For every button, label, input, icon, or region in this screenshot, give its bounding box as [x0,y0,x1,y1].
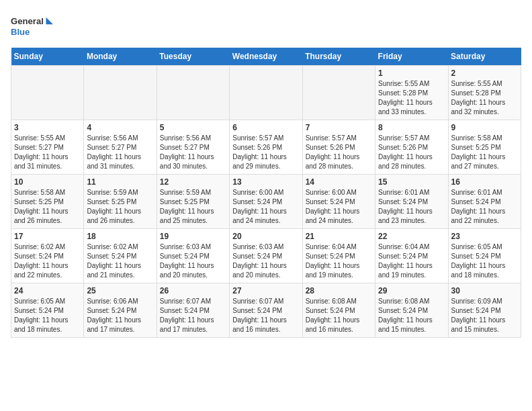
day-number: 5 [160,123,226,132]
day-info: Sunrise: 6:00 AMSunset: 5:24 PMDaylight:… [306,188,372,226]
day-info: Sunrise: 5:56 AMSunset: 5:27 PMDaylight:… [87,134,153,171]
day-cell: 11Sunrise: 5:59 AMSunset: 5:25 PMDayligh… [84,175,157,229]
day-cell: 19Sunrise: 6:03 AMSunset: 5:24 PMDayligh… [157,229,229,283]
day-number: 6 [232,123,299,132]
day-number: 9 [451,123,518,132]
weekday-header-wednesday: Wednesday [230,48,302,66]
day-info: Sunrise: 5:55 AMSunset: 5:28 PMDaylight:… [378,79,445,117]
day-info: Sunrise: 6:00 AMSunset: 5:24 PMDaylight:… [232,188,299,226]
day-cell [157,66,229,120]
calendar-body: 1Sunrise: 5:55 AMSunset: 5:28 PMDaylight… [11,66,521,338]
day-cell: 5Sunrise: 5:56 AMSunset: 5:27 PMDaylight… [157,120,229,175]
day-number: 24 [14,286,81,295]
day-number: 25 [87,286,153,295]
day-info: Sunrise: 6:05 AMSunset: 5:24 PMDaylight:… [14,297,81,334]
day-cell: 6Sunrise: 5:57 AMSunset: 5:26 PMDaylight… [230,120,302,175]
weekday-header-row: SundayMondayTuesdayWednesdayThursdayFrid… [11,48,521,66]
svg-text:General: General [11,16,44,26]
day-number: 2 [451,68,518,78]
day-number: 12 [160,177,226,187]
day-info: Sunrise: 6:07 AMSunset: 5:24 PMDaylight:… [232,297,299,334]
day-cell: 29Sunrise: 6:08 AMSunset: 5:24 PMDayligh… [375,283,448,338]
week-row-4: 24Sunrise: 6:05 AMSunset: 5:24 PMDayligh… [11,283,521,338]
day-number: 20 [232,232,299,241]
day-info: Sunrise: 6:06 AMSunset: 5:24 PMDaylight:… [87,297,153,334]
day-info: Sunrise: 6:08 AMSunset: 5:24 PMDaylight:… [306,297,372,334]
day-number: 11 [87,177,153,187]
day-number: 7 [306,123,372,132]
day-info: Sunrise: 5:58 AMSunset: 5:25 PMDaylight:… [451,134,518,171]
day-number: 4 [87,123,153,132]
day-info: Sunrise: 6:05 AMSunset: 5:24 PMDaylight:… [451,242,518,280]
weekday-header-tuesday: Tuesday [157,48,229,66]
day-number: 21 [306,232,372,241]
week-row-1: 3Sunrise: 5:55 AMSunset: 5:27 PMDaylight… [11,120,521,175]
day-info: Sunrise: 5:57 AMSunset: 5:26 PMDaylight:… [232,134,299,171]
day-info: Sunrise: 6:09 AMSunset: 5:24 PMDaylight:… [451,297,518,334]
day-number: 13 [232,177,299,187]
day-number: 14 [306,177,372,187]
day-cell: 22Sunrise: 6:04 AMSunset: 5:24 PMDayligh… [375,229,448,283]
calendar-header: SundayMondayTuesdayWednesdayThursdayFrid… [11,48,521,66]
day-number: 15 [378,177,445,187]
logo-svg: General Blue [11,11,58,41]
day-info: Sunrise: 5:58 AMSunset: 5:25 PMDaylight:… [14,188,81,226]
day-info: Sunrise: 5:55 AMSunset: 5:27 PMDaylight:… [14,134,81,171]
day-cell: 10Sunrise: 5:58 AMSunset: 5:25 PMDayligh… [11,175,84,229]
day-info: Sunrise: 5:59 AMSunset: 5:25 PMDaylight:… [160,188,226,226]
day-cell [84,66,157,120]
day-number: 19 [160,232,226,241]
day-cell: 26Sunrise: 6:07 AMSunset: 5:24 PMDayligh… [157,283,229,338]
day-cell: 27Sunrise: 6:07 AMSunset: 5:24 PMDayligh… [230,283,302,338]
day-number: 18 [87,232,153,241]
day-info: Sunrise: 5:56 AMSunset: 5:27 PMDaylight:… [160,134,226,171]
day-cell: 15Sunrise: 6:01 AMSunset: 5:24 PMDayligh… [375,175,448,229]
day-cell: 21Sunrise: 6:04 AMSunset: 5:24 PMDayligh… [302,229,375,283]
week-row-2: 10Sunrise: 5:58 AMSunset: 5:25 PMDayligh… [11,175,521,229]
weekday-header-friday: Friday [375,48,448,66]
day-info: Sunrise: 6:04 AMSunset: 5:24 PMDaylight:… [306,242,372,280]
day-cell: 3Sunrise: 5:55 AMSunset: 5:27 PMDaylight… [11,120,84,175]
day-cell: 28Sunrise: 6:08 AMSunset: 5:24 PMDayligh… [302,283,375,338]
day-number: 10 [14,177,81,187]
logo: General Blue [11,11,58,41]
day-cell [302,66,375,120]
day-cell: 17Sunrise: 6:02 AMSunset: 5:24 PMDayligh… [11,229,84,283]
day-cell [230,66,302,120]
day-number: 27 [232,286,299,295]
day-number: 30 [451,286,518,295]
day-info: Sunrise: 6:07 AMSunset: 5:24 PMDaylight:… [160,297,226,334]
day-number: 28 [306,286,372,295]
day-cell: 7Sunrise: 5:57 AMSunset: 5:26 PMDaylight… [302,120,375,175]
day-info: Sunrise: 6:08 AMSunset: 5:24 PMDaylight:… [378,297,445,334]
weekday-header-thursday: Thursday [302,48,375,66]
day-info: Sunrise: 6:02 AMSunset: 5:24 PMDaylight:… [14,242,81,280]
day-cell: 2Sunrise: 5:55 AMSunset: 5:28 PMDaylight… [448,66,521,120]
day-cell: 18Sunrise: 6:02 AMSunset: 5:24 PMDayligh… [84,229,157,283]
day-info: Sunrise: 6:03 AMSunset: 5:24 PMDaylight:… [232,242,299,280]
day-number: 17 [14,232,81,241]
day-cell: 30Sunrise: 6:09 AMSunset: 5:24 PMDayligh… [448,283,521,338]
day-info: Sunrise: 5:55 AMSunset: 5:28 PMDaylight:… [451,79,518,117]
day-info: Sunrise: 5:59 AMSunset: 5:25 PMDaylight:… [87,188,153,226]
day-cell: 13Sunrise: 6:00 AMSunset: 5:24 PMDayligh… [230,175,302,229]
day-cell: 4Sunrise: 5:56 AMSunset: 5:27 PMDaylight… [84,120,157,175]
day-info: Sunrise: 6:04 AMSunset: 5:24 PMDaylight:… [378,242,445,280]
day-number: 26 [160,286,226,295]
day-info: Sunrise: 5:57 AMSunset: 5:26 PMDaylight:… [306,134,372,171]
day-cell: 23Sunrise: 6:05 AMSunset: 5:24 PMDayligh… [448,229,521,283]
day-cell: 20Sunrise: 6:03 AMSunset: 5:24 PMDayligh… [230,229,302,283]
day-cell: 25Sunrise: 6:06 AMSunset: 5:24 PMDayligh… [84,283,157,338]
weekday-header-saturday: Saturday [448,48,521,66]
day-number: 16 [451,177,518,187]
day-number: 3 [14,123,81,132]
day-number: 22 [378,232,445,241]
day-cell: 14Sunrise: 6:00 AMSunset: 5:24 PMDayligh… [302,175,375,229]
day-cell: 9Sunrise: 5:58 AMSunset: 5:25 PMDaylight… [448,120,521,175]
day-number: 29 [378,286,445,295]
day-cell [11,66,84,120]
day-number: 23 [451,232,518,241]
day-info: Sunrise: 6:01 AMSunset: 5:24 PMDaylight:… [378,188,445,226]
calendar-table: SundayMondayTuesdayWednesdayThursdayFrid… [11,48,521,338]
day-cell: 24Sunrise: 6:05 AMSunset: 5:24 PMDayligh… [11,283,84,338]
